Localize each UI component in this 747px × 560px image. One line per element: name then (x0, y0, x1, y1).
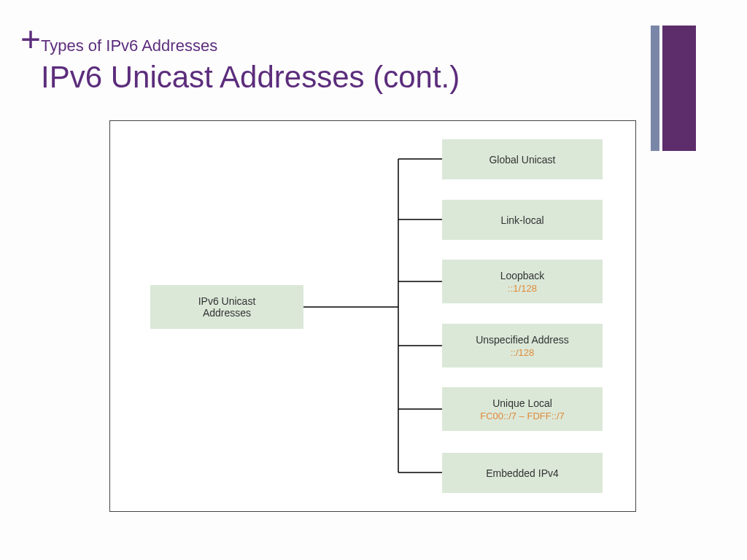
child-sublabel: FC00::/7 – FDFF::/7 (480, 411, 565, 421)
child-sublabel: ::/128 (511, 347, 535, 358)
child-sublabel: ::1/128 (508, 283, 537, 294)
plus-icon: + (20, 22, 41, 57)
child-node-loopback: Loopback ::1/128 (442, 260, 603, 303)
child-label: Link-local (500, 214, 543, 226)
child-node-unspecified: Unspecified Address ::/128 (442, 324, 603, 368)
root-label: IPv6 Unicast Addresses (198, 295, 256, 319)
diagram-frame: IPv6 Unicast Addresses Global Unicast Li… (109, 120, 636, 512)
child-label: Embedded IPv4 (486, 467, 559, 479)
child-label: Loopback (500, 270, 545, 281)
root-node: IPv6 Unicast Addresses (150, 285, 303, 329)
page-title: IPv6 Unicast Addresses (cont.) (41, 60, 460, 95)
child-label: Unique Local (492, 397, 552, 409)
accent-bars (651, 26, 696, 151)
child-node-link-local: Link-local (442, 200, 603, 240)
child-node-unique-local: Unique Local FC00::/7 – FDFF::/7 (442, 387, 603, 431)
child-label: Global Unicast (489, 154, 555, 166)
child-label: Unspecified Address (476, 334, 569, 346)
child-node-embedded-ipv4: Embedded IPv4 (442, 453, 603, 493)
child-node-global-unicast: Global Unicast (442, 139, 603, 179)
breadcrumb: Types of IPv6 Addresses (41, 36, 217, 55)
